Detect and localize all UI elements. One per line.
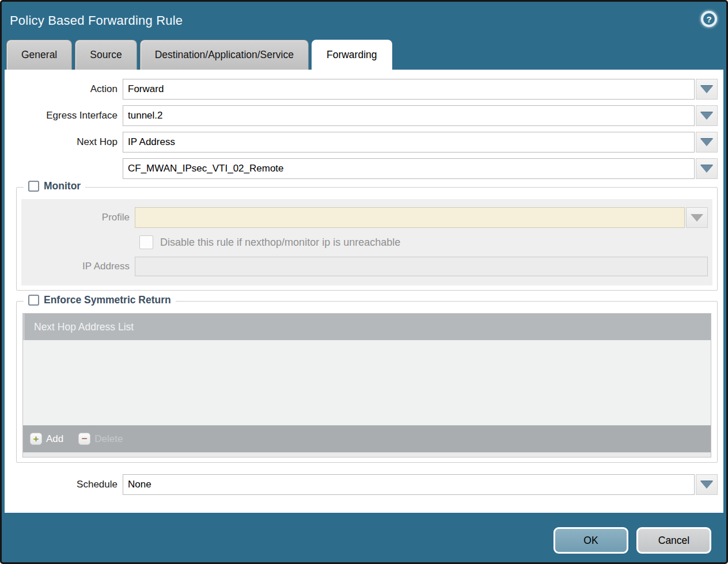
cancel-button[interactable]: Cancel <box>636 527 711 554</box>
schedule-label: Schedule <box>5 479 123 490</box>
next-hop-type-input[interactable] <box>123 132 695 153</box>
tab-strip: General Source Destination/Application/S… <box>2 40 726 70</box>
help-glyph: ? <box>706 14 711 24</box>
dialog-titlebar: Policy Based Forwarding Rule ? <box>2 2 726 40</box>
action-row: Action <box>5 79 723 100</box>
chevron-down-icon <box>700 165 713 173</box>
profile-combo <box>135 207 708 228</box>
next-hop-combo <box>123 132 718 153</box>
disable-rule-checkbox <box>139 235 153 249</box>
next-hop-address-list-table: Next Hop Address List + Add − Delete <box>22 313 711 458</box>
minus-icon: − <box>78 433 90 445</box>
disable-rule-label: Disable this rule if nexthop/monitor ip … <box>160 237 400 249</box>
tab-destination-application-service[interactable]: Destination/Application/Service <box>140 40 309 70</box>
next-hop-address-input[interactable] <box>123 158 695 179</box>
tab-forwarding-label: Forwarding <box>327 49 377 61</box>
monitor-legend-label: Monitor <box>44 180 81 192</box>
action-label: Action <box>5 83 123 95</box>
table-header-label: Next Hop Address List <box>34 321 134 333</box>
policy-based-forwarding-dialog: Policy Based Forwarding Rule ? General S… <box>0 0 728 564</box>
delete-button-label: Delete <box>94 433 123 445</box>
tab-general[interactable]: General <box>6 40 72 70</box>
next-hop-address-dropdown-button[interactable] <box>696 158 718 179</box>
tab-source-label: Source <box>90 49 122 61</box>
chevron-down-icon <box>700 139 713 146</box>
add-button[interactable]: + Add <box>30 433 63 445</box>
schedule-row: Schedule <box>5 474 723 495</box>
esr-legend: Enforce Symmetric Return <box>24 294 176 306</box>
profile-label: Profile <box>21 212 135 223</box>
delete-button: − Delete <box>78 433 123 445</box>
add-button-label: Add <box>46 433 63 445</box>
ok-button-label: OK <box>583 535 598 547</box>
next-hop-dropdown-button[interactable] <box>696 132 718 153</box>
monitor-panel: Profile Disable this rule if nexthop/mon… <box>21 199 712 285</box>
schedule-input[interactable] <box>123 474 695 495</box>
cancel-button-label: Cancel <box>658 535 689 547</box>
tab-general-label: General <box>21 49 57 61</box>
next-hop-address-row <box>5 158 723 179</box>
egress-interface-label: Egress Interface <box>5 110 123 121</box>
chevron-down-icon <box>700 481 713 489</box>
egress-interface-input[interactable] <box>123 105 695 126</box>
profile-row: Profile <box>21 207 712 228</box>
action-dropdown-button[interactable] <box>696 79 718 100</box>
egress-interface-row: Egress Interface <box>5 105 723 126</box>
schedule-combo <box>123 474 718 495</box>
enforce-symmetric-return-fieldset: Enforce Symmetric Return Next Hop Addres… <box>16 301 718 463</box>
table-header: Next Hop Address List <box>23 314 711 340</box>
next-hop-label: Next Hop <box>5 136 123 148</box>
tab-source[interactable]: Source <box>75 40 136 70</box>
ok-button[interactable]: OK <box>553 527 628 554</box>
table-bottom-strip <box>23 452 711 457</box>
action-combo <box>123 79 718 100</box>
next-hop-address-combo <box>123 158 718 179</box>
monitor-legend: Monitor <box>24 180 85 192</box>
monitor-checkbox[interactable] <box>28 181 39 192</box>
help-icon[interactable]: ? <box>701 11 717 27</box>
tab-forwarding[interactable]: Forwarding <box>312 40 392 70</box>
dialog-title: Policy Based Forwarding Rule <box>10 13 183 28</box>
egress-interface-dropdown-button[interactable] <box>696 105 718 126</box>
tab-destination-label: Destination/Application/Service <box>155 49 294 61</box>
profile-dropdown-button <box>686 207 708 228</box>
dialog-footer: OK Cancel <box>2 513 726 562</box>
profile-input <box>135 207 685 228</box>
chevron-down-icon <box>700 86 713 93</box>
next-hop-row: Next Hop <box>5 132 723 153</box>
schedule-dropdown-button[interactable] <box>696 474 718 495</box>
monitor-ip-address-label: IP Address <box>21 261 135 272</box>
action-input[interactable] <box>123 79 695 100</box>
table-body-empty <box>23 340 711 425</box>
table-footer-toolbar: + Add − Delete <box>23 425 711 452</box>
monitor-ip-address-row: IP Address <box>21 257 712 276</box>
esr-legend-label: Enforce Symmetric Return <box>44 294 171 306</box>
chevron-down-icon <box>691 214 703 222</box>
egress-interface-combo <box>123 105 718 126</box>
monitor-fieldset: Monitor Profile Disable this rule <box>16 187 718 291</box>
forwarding-tab-panel: Action Egress Interface Next Hop <box>5 70 723 513</box>
disable-rule-row: Disable this rule if nexthop/monitor ip … <box>139 235 712 249</box>
chevron-down-icon <box>700 112 713 120</box>
enforce-symmetric-return-checkbox[interactable] <box>28 295 39 306</box>
plus-icon: + <box>30 433 42 445</box>
monitor-ip-address-wrap <box>135 257 708 276</box>
monitor-ip-address-input <box>135 257 708 276</box>
